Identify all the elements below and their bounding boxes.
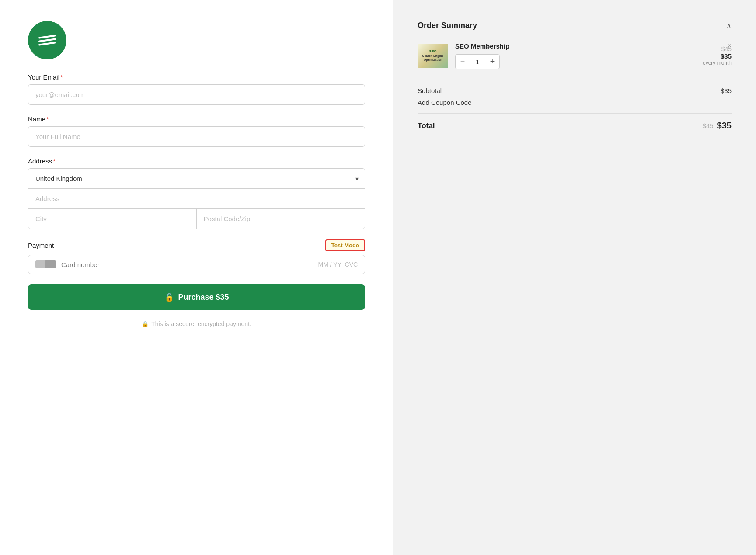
logo-line-3: [38, 42, 56, 46]
payment-field-group: Payment Test Mode MM / YY CVC: [28, 239, 365, 274]
card-number-input[interactable]: [61, 261, 313, 268]
purchase-button[interactable]: 🔒 Purchase $35: [28, 284, 365, 310]
total-prices: $45 $35: [703, 121, 732, 131]
order-item: SEOSearch EngineOptimization SEO Members…: [418, 42, 732, 78]
order-summary-title: Order Summary: [418, 21, 477, 30]
secure-lock-icon: 🔒: [142, 321, 149, 327]
card-expiry-cvc: MM / YY CVC: [318, 261, 358, 268]
quantity-control: − 1 +: [455, 54, 500, 69]
email-input[interactable]: [28, 84, 365, 105]
city-input[interactable]: [28, 209, 197, 229]
checkout-form-panel: Your Email* Name* Address* United Kingdo…: [0, 0, 393, 555]
logo-container: [28, 21, 365, 59]
total-original-price: $45: [703, 122, 714, 129]
price-period: every month: [703, 60, 732, 66]
quantity-increase-button[interactable]: +: [485, 55, 499, 69]
order-summary-panel: Order Summary ∧ SEOSearch EngineOptimiza…: [393, 0, 756, 555]
zip-input[interactable]: [197, 209, 365, 229]
city-zip-row: [28, 209, 365, 229]
country-select-wrapper: United Kingdom United States Canada Aust…: [28, 169, 365, 189]
logo-icon: [38, 36, 56, 45]
discounted-price: $35: [703, 52, 732, 60]
product-thumbnail: SEOSearch EngineOptimization: [418, 44, 448, 68]
name-field-group: Name*: [28, 115, 365, 147]
required-indicator: *: [53, 157, 56, 165]
summary-divider: [418, 113, 732, 114]
quantity-decrease-button[interactable]: −: [456, 55, 470, 69]
card-icon-rect2: [45, 260, 56, 268]
order-summary-header: Order Summary ∧: [418, 21, 732, 30]
required-indicator: *: [60, 73, 63, 81]
subtotal-row: Subtotal $35: [418, 87, 732, 94]
address-group: United Kingdom United States Canada Aust…: [28, 168, 365, 229]
seo-thumbnail-image: SEOSearch EngineOptimization: [418, 44, 448, 68]
address-line-input[interactable]: [28, 189, 365, 209]
payment-label: Payment: [28, 242, 54, 249]
required-indicator: *: [46, 115, 49, 123]
secure-payment-text: 🔒 This is a secure, encrypted payment.: [28, 320, 365, 327]
email-field-group: Your Email*: [28, 73, 365, 105]
order-item-details: SEO Membership − 1 +: [455, 42, 696, 69]
coupon-code-link[interactable]: Add Coupon Code: [418, 99, 732, 106]
subtotal-value: $35: [721, 87, 732, 94]
lock-icon: 🔒: [164, 292, 174, 302]
card-input-wrapper: MM / YY CVC: [28, 255, 365, 274]
total-label: Total: [418, 121, 435, 130]
name-label: Name*: [28, 115, 365, 123]
payment-header: Payment Test Mode: [28, 239, 365, 251]
total-final-price: $35: [717, 121, 732, 131]
country-select[interactable]: United Kingdom United States Canada Aust…: [28, 169, 365, 188]
test-mode-badge: Test Mode: [325, 239, 365, 251]
product-name: SEO Membership: [455, 42, 696, 50]
quantity-value: 1: [470, 56, 485, 68]
total-row: Total $45 $35: [418, 121, 732, 131]
remove-item-button[interactable]: ×: [728, 42, 732, 49]
card-icon: [35, 260, 56, 268]
name-input[interactable]: [28, 126, 365, 147]
email-label: Your Email*: [28, 73, 365, 81]
subtotal-label: Subtotal: [418, 87, 442, 94]
address-label: Address*: [28, 157, 365, 165]
company-logo: [28, 21, 66, 59]
chevron-up-icon[interactable]: ∧: [726, 21, 732, 30]
address-field-group: Address* United Kingdom United States Ca…: [28, 157, 365, 229]
